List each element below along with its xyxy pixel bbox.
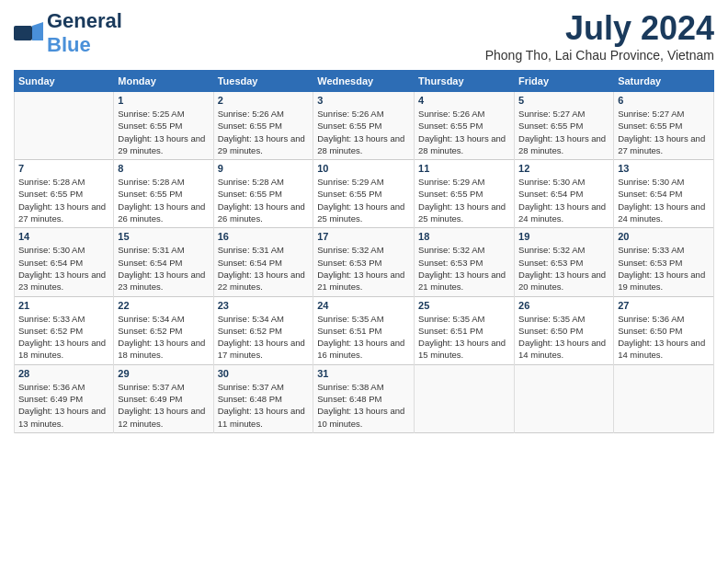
day-number: 24: [317, 300, 410, 311]
day-number: 18: [418, 231, 510, 242]
day-number: 10: [317, 163, 410, 174]
day-cell: 17Sunrise: 5:32 AM Sunset: 6:53 PM Dayli…: [313, 228, 415, 296]
day-cell: 14Sunrise: 5:30 AM Sunset: 6:54 PM Dayli…: [15, 228, 114, 296]
day-info: Sunrise: 5:26 AM Sunset: 6:55 PM Dayligh…: [418, 108, 510, 156]
day-number: 31: [317, 368, 410, 379]
day-info: Sunrise: 5:36 AM Sunset: 6:50 PM Dayligh…: [618, 313, 710, 362]
day-info: Sunrise: 5:26 AM Sunset: 6:55 PM Dayligh…: [218, 108, 310, 156]
day-number: 29: [118, 368, 209, 379]
day-number: 28: [18, 368, 109, 379]
day-cell: 30Sunrise: 5:37 AM Sunset: 6:48 PM Dayli…: [213, 364, 313, 432]
day-cell: 13Sunrise: 5:30 AM Sunset: 6:54 PM Dayli…: [614, 160, 714, 228]
day-info: Sunrise: 5:33 AM Sunset: 6:53 PM Dayligh…: [618, 244, 710, 293]
day-info: Sunrise: 5:35 AM Sunset: 6:51 PM Dayligh…: [418, 313, 510, 362]
day-number: 9: [218, 163, 310, 174]
day-cell: 4Sunrise: 5:26 AM Sunset: 6:55 PM Daylig…: [415, 92, 515, 160]
day-number: 17: [317, 231, 410, 242]
day-number: 23: [218, 300, 310, 311]
day-number: 5: [518, 95, 609, 106]
day-cell: 10Sunrise: 5:29 AM Sunset: 6:55 PM Dayli…: [313, 160, 415, 228]
day-cell: [15, 92, 114, 160]
day-number: 2: [218, 95, 310, 106]
svg-rect-0: [14, 26, 32, 40]
location: Phong Tho, Lai Chau Province, Vietnam: [485, 48, 714, 63]
title-section: July 2024 Phong Tho, Lai Chau Province, …: [485, 9, 714, 63]
day-cell: [515, 364, 614, 432]
day-cell: 28Sunrise: 5:36 AM Sunset: 6:49 PM Dayli…: [15, 364, 114, 432]
header: General Blue July 2024 Phong Tho, Lai Ch…: [14, 9, 714, 63]
day-info: Sunrise: 5:28 AM Sunset: 6:55 PM Dayligh…: [218, 176, 310, 224]
day-cell: 23Sunrise: 5:34 AM Sunset: 6:52 PM Dayli…: [213, 296, 313, 364]
day-cell: 18Sunrise: 5:32 AM Sunset: 6:53 PM Dayli…: [415, 228, 515, 296]
calendar-table: SundayMondayTuesdayWednesdayThursdayFrid…: [14, 70, 714, 433]
week-row-2: 14Sunrise: 5:30 AM Sunset: 6:54 PM Dayli…: [15, 228, 714, 296]
day-cell: 5Sunrise: 5:27 AM Sunset: 6:55 PM Daylig…: [515, 92, 614, 160]
day-cell: 11Sunrise: 5:29 AM Sunset: 6:55 PM Dayli…: [415, 160, 515, 228]
day-info: Sunrise: 5:35 AM Sunset: 6:50 PM Dayligh…: [518, 313, 609, 362]
day-cell: 7Sunrise: 5:28 AM Sunset: 6:55 PM Daylig…: [15, 160, 114, 228]
day-cell: 8Sunrise: 5:28 AM Sunset: 6:55 PM Daylig…: [114, 160, 213, 228]
header-cell-saturday: Saturday: [614, 71, 714, 92]
day-number: 20: [618, 231, 710, 242]
day-cell: 22Sunrise: 5:34 AM Sunset: 6:52 PM Dayli…: [114, 296, 213, 364]
day-info: Sunrise: 5:25 AM Sunset: 6:55 PM Dayligh…: [118, 108, 209, 156]
day-number: 4: [418, 95, 510, 106]
day-info: Sunrise: 5:37 AM Sunset: 6:48 PM Dayligh…: [218, 381, 310, 430]
header-cell-sunday: Sunday: [15, 71, 114, 92]
day-cell: [614, 364, 714, 432]
day-number: 13: [618, 163, 710, 174]
day-cell: 20Sunrise: 5:33 AM Sunset: 6:53 PM Dayli…: [614, 228, 714, 296]
day-cell: 6Sunrise: 5:27 AM Sunset: 6:55 PM Daylig…: [614, 92, 714, 160]
header-cell-friday: Friday: [515, 71, 614, 92]
day-info: Sunrise: 5:30 AM Sunset: 6:54 PM Dayligh…: [18, 244, 109, 293]
day-cell: [415, 364, 515, 432]
day-info: Sunrise: 5:36 AM Sunset: 6:49 PM Dayligh…: [18, 381, 109, 430]
day-info: Sunrise: 5:34 AM Sunset: 6:52 PM Dayligh…: [118, 313, 209, 362]
header-cell-monday: Monday: [114, 71, 213, 92]
day-number: 16: [218, 231, 310, 242]
day-number: 21: [18, 300, 109, 311]
day-info: Sunrise: 5:31 AM Sunset: 6:54 PM Dayligh…: [118, 244, 209, 293]
day-number: 30: [218, 368, 310, 379]
day-cell: 26Sunrise: 5:35 AM Sunset: 6:50 PM Dayli…: [515, 296, 614, 364]
week-row-0: 1Sunrise: 5:25 AM Sunset: 6:55 PM Daylig…: [15, 92, 714, 160]
day-cell: 2Sunrise: 5:26 AM Sunset: 6:55 PM Daylig…: [213, 92, 313, 160]
day-info: Sunrise: 5:27 AM Sunset: 6:55 PM Dayligh…: [518, 108, 609, 156]
day-number: 22: [118, 300, 209, 311]
day-info: Sunrise: 5:34 AM Sunset: 6:52 PM Dayligh…: [218, 313, 310, 362]
day-number: 12: [518, 163, 609, 174]
day-cell: 19Sunrise: 5:32 AM Sunset: 6:53 PM Dayli…: [515, 228, 614, 296]
day-info: Sunrise: 5:32 AM Sunset: 6:53 PM Dayligh…: [317, 244, 410, 293]
day-info: Sunrise: 5:38 AM Sunset: 6:48 PM Dayligh…: [317, 381, 410, 430]
day-number: 15: [118, 231, 209, 242]
day-cell: 27Sunrise: 5:36 AM Sunset: 6:50 PM Dayli…: [614, 296, 714, 364]
svg-marker-1: [32, 22, 43, 40]
day-number: 1: [118, 95, 209, 106]
day-cell: 9Sunrise: 5:28 AM Sunset: 6:55 PM Daylig…: [213, 160, 313, 228]
day-info: Sunrise: 5:29 AM Sunset: 6:55 PM Dayligh…: [317, 176, 410, 224]
day-info: Sunrise: 5:26 AM Sunset: 6:55 PM Dayligh…: [317, 108, 410, 156]
month-title: July 2024: [485, 9, 714, 48]
day-cell: 29Sunrise: 5:37 AM Sunset: 6:49 PM Dayli…: [114, 364, 213, 432]
day-number: 7: [18, 163, 109, 174]
header-row: SundayMondayTuesdayWednesdayThursdayFrid…: [15, 71, 714, 92]
day-number: 25: [418, 300, 510, 311]
day-info: Sunrise: 5:28 AM Sunset: 6:55 PM Dayligh…: [18, 176, 109, 224]
day-info: Sunrise: 5:31 AM Sunset: 6:54 PM Dayligh…: [218, 244, 310, 293]
day-cell: 21Sunrise: 5:33 AM Sunset: 6:52 PM Dayli…: [15, 296, 114, 364]
day-number: 6: [618, 95, 710, 106]
day-number: 14: [18, 231, 109, 242]
day-cell: 15Sunrise: 5:31 AM Sunset: 6:54 PM Dayli…: [114, 228, 213, 296]
week-row-3: 21Sunrise: 5:33 AM Sunset: 6:52 PM Dayli…: [15, 296, 714, 364]
day-number: 11: [418, 163, 510, 174]
week-row-4: 28Sunrise: 5:36 AM Sunset: 6:49 PM Dayli…: [15, 364, 714, 432]
day-number: 26: [518, 300, 609, 311]
day-info: Sunrise: 5:33 AM Sunset: 6:52 PM Dayligh…: [18, 313, 109, 362]
day-number: 27: [618, 300, 710, 311]
header-cell-wednesday: Wednesday: [313, 71, 415, 92]
logo-general: General: [47, 9, 122, 32]
header-cell-tuesday: Tuesday: [213, 71, 313, 92]
day-number: 19: [518, 231, 609, 242]
day-info: Sunrise: 5:30 AM Sunset: 6:54 PM Dayligh…: [518, 176, 609, 224]
day-cell: 31Sunrise: 5:38 AM Sunset: 6:48 PM Dayli…: [313, 364, 415, 432]
